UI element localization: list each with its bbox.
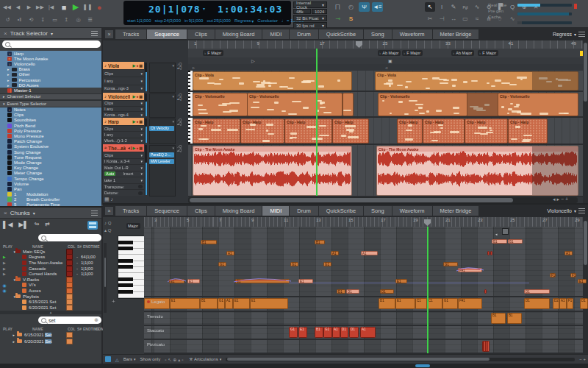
articulation-block[interactable]: G1: [323, 327, 332, 338]
caret-icon[interactable]: ▸: [3, 94, 5, 99]
articulation-block[interactable]: A1: [360, 327, 376, 338]
trim-out-tool-button[interactable]: ↔: [448, 14, 459, 24]
tab-clips[interactable]: Clips: [187, 206, 215, 216]
midi-clip[interactable]: Clip - Violoncello: [247, 93, 343, 116]
articulation-block[interactable]: F#1: [458, 298, 482, 309]
track-title[interactable]: ♪Violoncello▶●▦: [103, 93, 144, 100]
track-row[interactable]: Konta...ngs-4▾: [103, 111, 144, 117]
speaker-icon[interactable]: ◄): [127, 146, 132, 150]
in-value[interactable]: 9|1|000: [189, 18, 204, 24]
tab-song[interactable]: Song: [364, 206, 392, 216]
midi-clip[interactable]: Clip - Harp: [465, 118, 508, 144]
hscroll-thumb[interactable]: [190, 198, 513, 202]
midi-note[interactable]: D1: [346, 289, 359, 294]
midi-note[interactable]: A1: [361, 251, 378, 255]
event-type-mono-pressure[interactable]: Mono Pressure: [0, 133, 101, 138]
auto-button[interactable]: Auto: [104, 171, 115, 176]
play-cell[interactable]: ▶: [0, 255, 9, 259]
chunk-row-main-seqs[interactable]: ▾Main SEQs: [0, 249, 101, 255]
bit-depth-select[interactable]: 32 Bit Float▾: [293, 15, 327, 21]
midi-note[interactable]: D1: [337, 289, 345, 294]
cycle-icon[interactable]: ⇄: [45, 221, 50, 228]
articulation-block[interactable]: D1: [379, 298, 395, 309]
tab-mixing-board[interactable]: Mixing Board: [215, 206, 262, 216]
articulation-block[interactable]: E1: [395, 298, 415, 309]
bars-icon[interactable]: ☰: [85, 15, 95, 24]
note-tool-icon[interactable]: ♪ Q: [104, 221, 111, 225]
chunk-row2[interactable]: ▸6/15/2021 Set: [0, 331, 101, 338]
tab-clips[interactable]: Clips: [187, 29, 215, 39]
lane-tools-icons[interactable]: ♪Q ▴Q: [177, 145, 182, 152]
play-enable-icon[interactable]: ▶: [132, 146, 135, 150]
sidebar-item-violoncello[interactable]: ♪Violoncello: [0, 61, 101, 66]
midi-note[interactable]: E1: [578, 279, 587, 283]
caret-icon[interactable]: ▸: [7, 83, 10, 88]
track-title[interactable]: ≈The...ake◄)▶●▦: [103, 144, 144, 152]
chevron-down-icon[interactable]: ▾: [172, 119, 174, 124]
tab-quickscribe[interactable]: QuickScribe: [319, 206, 363, 216]
chevron-down-icon[interactable]: ▾: [33, 210, 35, 216]
sidebar-item-harp[interactable]: ♪Harp: [0, 51, 101, 56]
articulation-block[interactable]: A1: [559, 298, 567, 309]
event-type-notes[interactable]: ♪Notes: [0, 107, 101, 113]
event-type-breath-controller[interactable]: 2Breath Controller: [0, 197, 101, 202]
event-type-tempo-change[interactable]: Tempo Change: [0, 176, 101, 181]
track-row[interactable]: I any▾: [103, 77, 144, 84]
midi-vscroll-thumb[interactable]: [584, 221, 587, 265]
jump-next-icon[interactable]: ↬: [35, 221, 40, 228]
track-row[interactable]: Clips▾: [103, 125, 144, 131]
color-cell[interactable]: [66, 260, 73, 266]
track-title[interactable]: ♪Viola▶●▦: [103, 62, 144, 69]
insert-box[interactable]: ▾: [149, 93, 176, 118]
vscroll-thumb[interactable]: [584, 43, 587, 102]
bars-select[interactable]: Bars▾: [123, 357, 136, 361]
midi-clip[interactable]: Clip - Harp: [284, 118, 332, 144]
articulation-block[interactable]: B1: [491, 313, 506, 324]
midi-clip[interactable]: Clip - Harp: [332, 118, 369, 144]
midi-clip[interactable]: Clip - Harp: [397, 118, 423, 144]
zoom-controls[interactable]: − +: [579, 357, 586, 361]
articulation-block[interactable]: A1: [225, 298, 233, 309]
key-signature-marker[interactable]: ♭Ab Major: [451, 50, 474, 56]
step-back-button[interactable]: ◀: [13, 2, 23, 12]
track-title[interactable]: ♪Harp▶●▦: [103, 118, 144, 125]
event-type-mode-change[interactable]: Mode Change: [0, 160, 101, 165]
conductor-label[interactable]: Conductor: [257, 18, 278, 24]
play-cell[interactable]: ◉: [0, 288, 9, 293]
black-key[interactable]: [118, 241, 133, 244]
track-row[interactable]: take 1▾: [103, 177, 144, 183]
stepper[interactable]: [138, 185, 143, 188]
buffer-size-field[interactable]: 1024: [312, 9, 327, 14]
start-value[interactable]: 1|1|000: [137, 18, 151, 24]
caret-icon[interactable]: ▾: [3, 102, 5, 106]
articulation-block[interactable]: E1: [250, 298, 288, 309]
midi-note[interactable]: [490, 251, 492, 255]
midi-clip[interactable]: Clip - Violoncello: [378, 93, 467, 116]
articulation-block[interactable]: B1: [315, 327, 323, 338]
caret-icon[interactable]: ▸: [7, 67, 10, 71]
articulation-block[interactable]: D2: [553, 298, 559, 309]
midi-clip[interactable]: Clip - Violoncello: [193, 93, 248, 116]
lane-tools-icons[interactable]: ♪Q ▴Q: [177, 93, 182, 101]
trim-in-tool-button[interactable]: ⊣: [437, 14, 447, 24]
tab-drum[interactable]: Drum: [290, 29, 318, 39]
midi-note[interactable]: D1: [380, 289, 394, 294]
track-header-harp[interactable]: ♪Harp▶●▦Clips▾I any▾Work...()-1-2▾: [103, 118, 144, 144]
track-header-the-ake[interactable]: ≈The...ake◄)▶●▦Clips▾I Konta...s 3-4▾Mai…: [103, 144, 144, 196]
midi-note[interactable]: F1: [550, 273, 556, 277]
pattern-tool-button[interactable]: Pgl: [460, 2, 470, 12]
tab-tracks[interactable]: Tracks: [115, 206, 146, 216]
punch-out-icon[interactable]: ↥: [62, 15, 71, 24]
insert-box[interactable]: ▾: [149, 63, 176, 93]
midi-ruler[interactable]: [144, 217, 583, 227]
pause-button[interactable]: ❚❚: [82, 1, 93, 13]
event-type-pitch-bend[interactable]: Pitch Bend: [0, 123, 101, 128]
articulation-block[interactable]: G1: [289, 327, 298, 338]
rewind-button[interactable]: ◀◀: [2, 2, 12, 12]
chunk-row-the-moon-awake[interactable]: ▶The Moon Awake-1|1|00: [0, 260, 101, 266]
tab-song[interactable]: Song: [364, 29, 392, 39]
selection-start-icon[interactable]: ▹: [193, 65, 195, 70]
close-tab-icon[interactable]: ×: [105, 207, 113, 215]
smpte-counter[interactable]: 1:00:34:03: [218, 4, 282, 15]
add-lane-button[interactable]: +: [112, 298, 115, 305]
